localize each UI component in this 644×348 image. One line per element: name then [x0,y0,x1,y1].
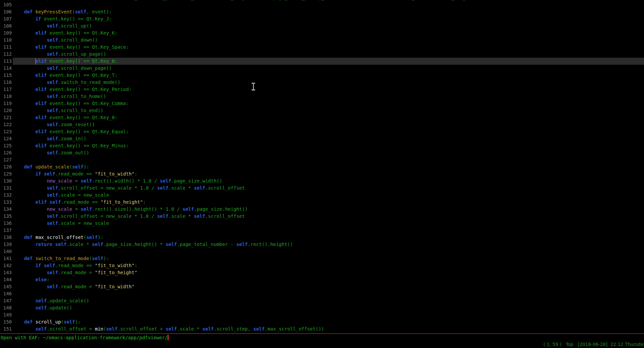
code-text: if self.read_mode == "fit_to_width": [13,262,137,269]
code-line-135[interactable]: 135 self.scroll_offset = new_scale * 1.0… [0,213,644,220]
code-text: self.scroll_to_end() [13,107,103,114]
code-line-137[interactable]: 137 [0,227,644,234]
minibuffer[interactable]: Open with EAF: ~/emacs-application-frame… [1,334,644,341]
code-line-125[interactable]: 125 elif event.key() == Qt.Key_Minus: [0,142,644,149]
code-line-119[interactable]: 119 elif event.key() == Qt.Key_Comma: [0,100,644,107]
code-line-124[interactable]: 124 self.zoom_in() [0,135,644,142]
line-number: 112 [0,51,12,58]
code-line-114[interactable]: 114 self.scroll_down_page() [0,65,644,72]
line-number: 117 [0,86,12,93]
code-line-105[interactable]: 105 [0,1,644,8]
code-line-141[interactable]: 141 def switch_to_read_mode(self): [0,255,644,262]
code-line-126[interactable]: 126 self.zoom_out() [0,149,644,156]
line-number: 123 [0,128,12,135]
code-line-118[interactable]: 118 self.scroll_to_home() [0,93,644,100]
code-text: self.scroll_down() [13,37,98,44]
line-number: 109 [0,30,12,37]
line-number: 142 [0,262,12,269]
code-line-109[interactable]: 109 elif event.key() == Qt.Key_K: [0,30,644,37]
line-number: 126 [0,149,12,156]
line-number: 133 [0,199,12,206]
code-text: elif event.key() == Qt.Key_Minus: [13,142,129,149]
line-number: 128 [0,163,12,170]
line-number: 134 [0,206,12,213]
line-number: 151 [0,326,12,333]
status-tray: ( 1, 59 ) Top [2018-06-28] 22:12 Thursda… [543,341,644,348]
line-number: 150 [0,318,12,326]
code-line-121[interactable]: 121 elif event.key() == Qt.Key_0: [0,114,644,121]
code-line-117[interactable]: 117 elif event.key() == Qt.Key_Period: [0,86,644,93]
line-number: 105 [0,1,12,8]
code-line-143[interactable]: 143 self.read_mode = "fit_to_height" [0,269,644,276]
code-text: elif event.key() == Qt.Key_Period: [13,86,132,93]
code-line-113[interactable]: 113 elif event.key() == Qt.Key_B: [0,58,644,65]
code-text: elif event.key() == Qt.Key_0: [13,114,118,121]
code-line-122[interactable]: 122 self.zoom_reset() [0,121,644,128]
code-line-132[interactable]: 132 self.scale = new_scale [0,192,644,199]
code-line-129[interactable]: 129 if self.read_mode == "fit_to_width": [0,170,644,178]
code-line-136[interactable]: 136 self.scale = new_scale [0,220,644,227]
code-text: elif event.key() == Qt.Key_Comma: [13,100,129,107]
code-text: self.update() [13,304,72,311]
line-number: 145 [0,283,12,290]
code-line-138[interactable]: 138 def max_scroll_offset(self): [0,234,644,241]
line-number: 129 [0,170,12,178]
code-line-108[interactable]: 108 self.scroll_up() [0,22,644,30]
code-line-150[interactable]: 150 def scroll_up(self): [0,318,644,326]
code-line-115[interactable]: 115 elif event.key() == Qt.Key_T: [0,72,644,79]
minibuffer-prompt: Open with EAF: [1,335,43,340]
code-line-148[interactable]: 148 self.update() [0,304,644,311]
code-line-127[interactable]: 127 [0,156,644,163]
code-line-146[interactable]: 146 [0,290,644,297]
line-number: 124 [0,135,12,142]
code-line-147[interactable]: 147 self.update_scale() [0,297,644,304]
code-text: self.scroll_up_page() [13,51,106,58]
code-line-151[interactable]: 151 self.scroll_offset = min(self.scroll… [0,326,644,333]
code-text: elif event.key() == Qt.Key_T: [13,72,118,79]
code-line-145[interactable]: 145 self.read_mode = "fit_to_width" [0,283,644,290]
code-line-123[interactable]: 123 elif event.key() == Qt.Key_Equal: [0,128,644,135]
code-line-139[interactable]: 139 return self.scale * self.page_size.h… [0,241,644,248]
code-line-142[interactable]: 142 if self.read_mode == "fit_to_width": [0,262,644,269]
code-line-149[interactable]: 149 [0,311,644,318]
code-line-111[interactable]: 111 elif event.key() == Qt.Key_Space: [0,44,644,51]
line-number: 146 [0,290,12,297]
line-number: 147 [0,297,12,304]
code-text: def update_scale(self): [13,163,89,170]
minibuffer-cursor [168,335,169,340]
line-number: 113 [0,58,12,65]
code-area[interactable]: 104 painter.drawPixmap(QRect(render_x, r… [0,0,644,333]
code-line-131[interactable]: 131 self.scroll_offset = new_scale * 1.0… [0,185,644,192]
code-text: self.scroll_up() [13,22,92,30]
code-line-144[interactable]: 144 else: [0,276,644,283]
code-text: self.read_mode = "fit_to_height" [13,269,137,276]
code-text: new_scale = self.rect().width() * 1.0 / … [13,178,222,185]
code-text: elif event.key() == Qt.Key_Space: [13,44,129,51]
code-line-107[interactable]: 107 if event.key() == Qt.Key_J: [0,15,644,22]
code-line-106[interactable]: 106 def keyPressEvent(self, event): [0,8,644,15]
code-line-133[interactable]: 133 elif self.read_mode == "fit_to_heigh… [0,199,644,206]
line-number: 127 [0,156,12,163]
line-number: 143 [0,269,12,276]
line-number: 110 [0,37,12,44]
code-line-128[interactable]: 128 def update_scale(self): [0,163,644,170]
code-text: self.zoom_out() [13,149,89,156]
line-number: 120 [0,107,12,114]
line-number: 107 [0,15,12,22]
code-line-134[interactable]: 134 new_scale = self.rect().size().heigh… [0,206,644,213]
code-line-112[interactable]: 112 self.scroll_up_page() [0,51,644,58]
code-text: def keyPressEvent(self, event): [13,8,112,15]
minibuffer-input[interactable]: ~/emacs-application-framework/app/pdfvie… [43,335,168,340]
code-text: self.scroll_offset = new_scale * 1.0 / s… [13,185,245,192]
line-number: 118 [0,93,12,100]
code-text: def max_scroll_offset(self): [13,234,103,241]
code-text: elif self.read_mode == "fit_to_height": [13,199,146,206]
code-line-116[interactable]: 116 self.switch_to_read_mode() [0,79,644,86]
line-number: 136 [0,220,12,227]
code-line-110[interactable]: 110 self.scroll_down() [0,37,644,44]
code-line-130[interactable]: 130 new_scale = self.rect().width() * 1.… [0,178,644,185]
mode-line-divider [0,333,644,334]
code-line-140[interactable]: 140 [0,248,644,255]
line-number: 141 [0,255,12,262]
code-line-120[interactable]: 120 self.scroll_to_end() [0,107,644,114]
